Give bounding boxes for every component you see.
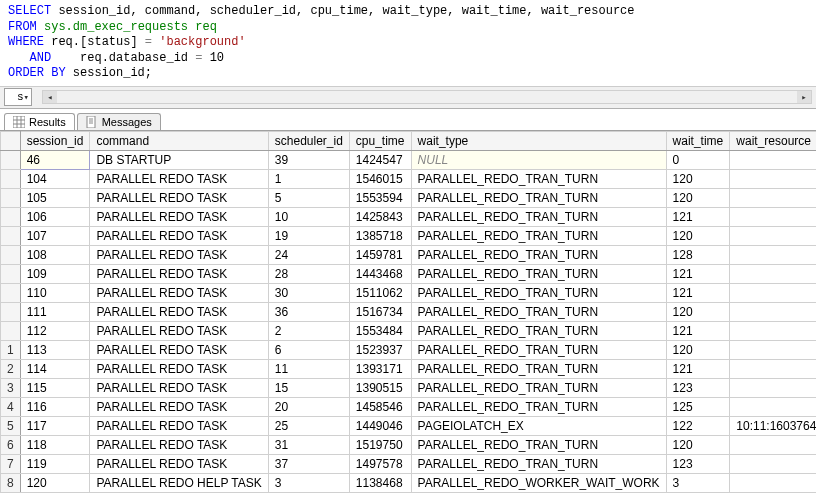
cell-wait_time[interactable]: 123: [666, 454, 730, 473]
cell-wait_type[interactable]: NULL: [411, 150, 666, 169]
cell-cpu_time[interactable]: 1553484: [349, 321, 411, 340]
cell-command[interactable]: PARALLEL REDO TASK: [90, 207, 268, 226]
cell-session_id[interactable]: 117: [20, 416, 90, 435]
cell-scheduler_id[interactable]: 25: [268, 416, 349, 435]
cell-session_id[interactable]: 107: [20, 226, 90, 245]
cell-command[interactable]: PARALLEL REDO TASK: [90, 340, 268, 359]
cell-wait_resource[interactable]: [730, 473, 816, 492]
cell-wait_type[interactable]: PARALLEL_REDO_TRAN_TURN: [411, 378, 666, 397]
cell-wait_time[interactable]: 120: [666, 340, 730, 359]
cell-wait_time[interactable]: 120: [666, 169, 730, 188]
cell-wait_resource[interactable]: [730, 321, 816, 340]
cell-wait_resource[interactable]: [730, 264, 816, 283]
results-table[interactable]: session_id command scheduler_id cpu_time…: [0, 131, 816, 493]
sql-editor[interactable]: SELECT session_id, command, scheduler_id…: [0, 0, 816, 87]
results-grid[interactable]: session_id command scheduler_id cpu_time…: [0, 131, 816, 500]
cell-wait_type[interactable]: PARALLEL_REDO_TRAN_TURN: [411, 302, 666, 321]
col-cpu-time[interactable]: cpu_time: [349, 131, 411, 150]
cell-wait_time[interactable]: 128: [666, 245, 730, 264]
cell-wait_time[interactable]: 3: [666, 473, 730, 492]
cell-scheduler_id[interactable]: 6: [268, 340, 349, 359]
cell-session_id[interactable]: 109: [20, 264, 90, 283]
cell-wait_resource[interactable]: [730, 302, 816, 321]
cell-cpu_time[interactable]: 1393171: [349, 359, 411, 378]
cell-wait_time[interactable]: 125: [666, 397, 730, 416]
cell-wait_type[interactable]: PARALLEL_REDO_TRAN_TURN: [411, 454, 666, 473]
cell-session_id[interactable]: 108: [20, 245, 90, 264]
cell-scheduler_id[interactable]: 30: [268, 283, 349, 302]
cell-wait_type[interactable]: PARALLEL_REDO_TRAN_TURN: [411, 226, 666, 245]
table-row[interactable]: 104PARALLEL REDO TASK11546015PARALLEL_RE…: [1, 169, 817, 188]
cell-scheduler_id[interactable]: 28: [268, 264, 349, 283]
cell-wait_resource[interactable]: [730, 454, 816, 473]
cell-cpu_time[interactable]: 1390515: [349, 378, 411, 397]
cell-command[interactable]: PARALLEL REDO TASK: [90, 454, 268, 473]
cell-scheduler_id[interactable]: 24: [268, 245, 349, 264]
cell-wait_type[interactable]: PARALLEL_REDO_TRAN_TURN: [411, 264, 666, 283]
cell-session_id[interactable]: 114: [20, 359, 90, 378]
horizontal-scrollbar[interactable]: ◂ ▸: [42, 90, 812, 104]
cell-command[interactable]: PARALLEL REDO TASK: [90, 416, 268, 435]
cell-session_id[interactable]: 46: [20, 150, 90, 169]
cell-wait_time[interactable]: 121: [666, 207, 730, 226]
cell-scheduler_id[interactable]: 39: [268, 150, 349, 169]
tab-results[interactable]: Results: [4, 113, 75, 130]
table-row[interactable]: 6118PARALLEL REDO TASK311519750PARALLEL_…: [1, 435, 817, 454]
table-row[interactable]: 3115PARALLEL REDO TASK151390515PARALLEL_…: [1, 378, 817, 397]
cell-wait_type[interactable]: PARALLEL_REDO_TRAN_TURN: [411, 435, 666, 454]
scroll-left-icon[interactable]: ◂: [43, 91, 57, 103]
table-row[interactable]: 108PARALLEL REDO TASK241459781PARALLEL_R…: [1, 245, 817, 264]
table-row[interactable]: 111PARALLEL REDO TASK361516734PARALLEL_R…: [1, 302, 817, 321]
cell-cpu_time[interactable]: 1449046: [349, 416, 411, 435]
cell-cpu_time[interactable]: 1138468: [349, 473, 411, 492]
cell-wait_resource[interactable]: [730, 188, 816, 207]
cell-wait_type[interactable]: PARALLEL_REDO_TRAN_TURN: [411, 359, 666, 378]
table-row[interactable]: 2114PARALLEL REDO TASK111393171PARALLEL_…: [1, 359, 817, 378]
cell-cpu_time[interactable]: 1458546: [349, 397, 411, 416]
cell-command[interactable]: PARALLEL REDO TASK: [90, 188, 268, 207]
cell-scheduler_id[interactable]: 19: [268, 226, 349, 245]
cell-command[interactable]: PARALLEL REDO TASK: [90, 245, 268, 264]
col-wait-type[interactable]: wait_type: [411, 131, 666, 150]
cell-wait_time[interactable]: 120: [666, 435, 730, 454]
cell-wait_resource[interactable]: [730, 245, 816, 264]
cell-cpu_time[interactable]: 1459781: [349, 245, 411, 264]
cell-scheduler_id[interactable]: 2: [268, 321, 349, 340]
cell-session_id[interactable]: 111: [20, 302, 90, 321]
cell-wait_type[interactable]: PARALLEL_REDO_WORKER_WAIT_WORK: [411, 473, 666, 492]
cell-session_id[interactable]: 104: [20, 169, 90, 188]
cell-command[interactable]: PARALLEL REDO TASK: [90, 264, 268, 283]
table-row[interactable]: 4116PARALLEL REDO TASK201458546PARALLEL_…: [1, 397, 817, 416]
cell-wait_type[interactable]: PARALLEL_REDO_TRAN_TURN: [411, 397, 666, 416]
cell-cpu_time[interactable]: 1424547: [349, 150, 411, 169]
table-row[interactable]: 106PARALLEL REDO TASK101425843PARALLEL_R…: [1, 207, 817, 226]
cell-session_id[interactable]: 120: [20, 473, 90, 492]
cell-wait_resource[interactable]: [730, 226, 816, 245]
cell-wait_resource[interactable]: [730, 283, 816, 302]
cell-wait_type[interactable]: PARALLEL_REDO_TRAN_TURN: [411, 207, 666, 226]
cell-wait_resource[interactable]: [730, 150, 816, 169]
cell-wait_type[interactable]: PARALLEL_REDO_TRAN_TURN: [411, 188, 666, 207]
table-row[interactable]: 8120PARALLEL REDO HELP TASK31138468PARAL…: [1, 473, 817, 492]
cell-cpu_time[interactable]: 1516734: [349, 302, 411, 321]
cell-session_id[interactable]: 119: [20, 454, 90, 473]
table-row[interactable]: 5117PARALLEL REDO TASK251449046PAGEIOLAT…: [1, 416, 817, 435]
cell-wait_resource[interactable]: [730, 359, 816, 378]
cell-command[interactable]: DB STARTUP: [90, 150, 268, 169]
cell-wait_time[interactable]: 121: [666, 283, 730, 302]
cell-scheduler_id[interactable]: 11: [268, 359, 349, 378]
cell-wait_time[interactable]: 122: [666, 416, 730, 435]
cell-wait_time[interactable]: 123: [666, 378, 730, 397]
cell-command[interactable]: PARALLEL REDO TASK: [90, 226, 268, 245]
tab-messages[interactable]: Messages: [77, 113, 161, 130]
cell-session_id[interactable]: 113: [20, 340, 90, 359]
cell-wait_type[interactable]: PARALLEL_REDO_TRAN_TURN: [411, 245, 666, 264]
cell-cpu_time[interactable]: 1511062: [349, 283, 411, 302]
cell-wait_resource[interactable]: [730, 397, 816, 416]
cell-command[interactable]: PARALLEL REDO TASK: [90, 359, 268, 378]
cell-session_id[interactable]: 116: [20, 397, 90, 416]
cell-command[interactable]: PARALLEL REDO TASK: [90, 435, 268, 454]
cell-session_id[interactable]: 115: [20, 378, 90, 397]
cell-scheduler_id[interactable]: 3: [268, 473, 349, 492]
cell-wait_time[interactable]: 120: [666, 226, 730, 245]
